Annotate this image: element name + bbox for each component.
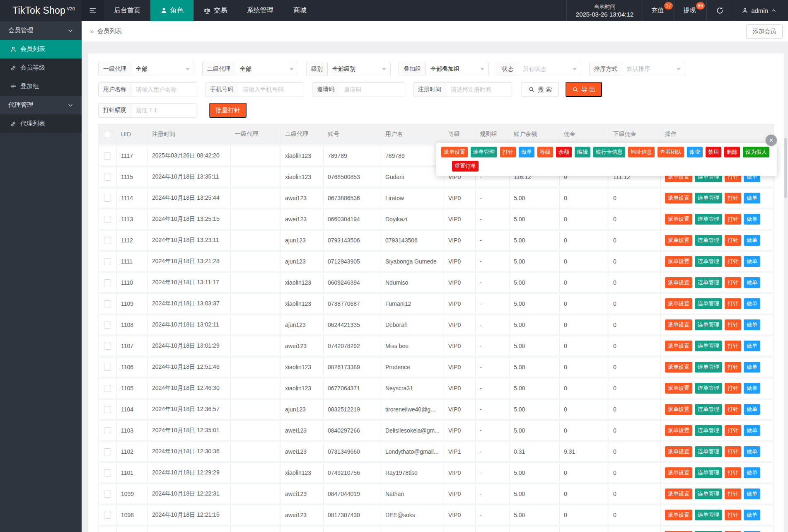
row-checkbox[interactable] [104,512,111,519]
chain-order-manage-button[interactable]: 连单管理 [695,446,722,457]
dispatch-settings-button[interactable]: 派单设置 [665,277,692,288]
chain-order-manage-button[interactable]: 连单管理 [695,425,722,436]
inject-button[interactable]: 打针 [725,214,741,225]
row-checkbox[interactable] [104,448,111,455]
make-order-button[interactable]: 做单 [744,446,760,457]
inject-range-input[interactable] [131,104,196,117]
row-checkbox[interactable] [104,300,111,307]
dispatch-settings-button[interactable]: 派单设置 [665,362,692,372]
filter-input[interactable] [131,83,197,97]
nav-item-system[interactable]: 系统管理 [237,0,283,21]
row-checkbox[interactable] [104,469,111,476]
filter-select[interactable]: 默认排序 [622,62,685,76]
sidebar-item-member-management[interactable]: 会员管理 [0,21,82,40]
filter-select[interactable]: 全部级别 [328,62,390,76]
popup-action-button[interactable]: 地址信息 [628,147,655,157]
popup-action-button[interactable]: 连单管理 [471,147,497,157]
filter-select[interactable]: 全部 [235,62,298,76]
popup-action-button[interactable]: 禁用 [706,147,721,157]
inject-button[interactable]: 打针 [725,404,741,415]
inject-button[interactable]: 打针 [725,425,741,436]
popup-action-button[interactable]: 余额 [556,147,572,157]
sidebar-collapse-button[interactable] [82,0,104,21]
sidebar-item-agent-management[interactable]: 代理管理 [0,96,82,114]
search-button[interactable]: 搜 索 [522,82,558,97]
make-order-button[interactable]: 做单 [744,362,760,372]
popup-action-button[interactable]: 重置订单 [452,161,479,172]
make-order-button[interactable]: 做单 [744,383,760,394]
chain-order-manage-button[interactable]: 连单管理 [695,298,722,309]
row-checkbox[interactable] [104,491,111,498]
make-order-button[interactable]: 做单 [744,214,760,225]
chain-order-manage-button[interactable]: 连单管理 [695,214,722,225]
make-order-button[interactable]: 做单 [744,425,760,436]
popup-action-button[interactable]: 删除 [724,147,740,157]
inject-button[interactable]: 打针 [725,256,741,267]
chain-order-manage-button[interactable]: 连单管理 [695,256,722,267]
inject-button[interactable]: 打针 [725,446,741,457]
user-menu[interactable]: admin [733,0,788,21]
inject-button[interactable]: 打针 [725,510,741,520]
chain-order-manage-button[interactable]: 连单管理 [695,488,722,499]
chain-order-manage-button[interactable]: 连单管理 [695,341,722,351]
chain-order-manage-button[interactable]: 连单管理 [695,362,722,372]
row-checkbox[interactable] [104,258,111,265]
withdraw-button[interactable]: 提现 66 [675,0,707,21]
inject-button[interactable]: 打针 [725,362,741,372]
row-checkbox[interactable] [104,427,111,434]
popup-action-button[interactable]: 等级 [537,147,553,157]
inject-button[interactable]: 打针 [725,277,741,288]
row-checkbox[interactable] [104,195,111,202]
batch-inject-button[interactable]: 批量打针 [209,103,247,118]
sidebar-item-member-list[interactable]: 会员列表 [0,40,82,58]
make-order-button[interactable]: 做单 [744,510,760,520]
chain-order-manage-button[interactable]: 连单管理 [695,404,722,415]
dispatch-settings-button[interactable]: 派单设置 [665,341,692,351]
chain-order-manage-button[interactable]: 连单管理 [695,383,722,394]
row-checkbox[interactable] [104,174,111,181]
filter-select[interactable]: 所有状态 [518,62,581,76]
nav-item-transactions[interactable]: 交易 [193,0,237,21]
make-order-button[interactable]: 做单 [744,235,760,246]
row-checkbox[interactable] [104,343,111,350]
inject-button[interactable]: 打针 [725,319,741,330]
row-checkbox[interactable] [104,406,111,413]
popup-action-button[interactable]: 账变 [687,147,703,157]
dispatch-settings-button[interactable]: 派单设置 [665,383,692,394]
row-checkbox[interactable] [104,364,111,371]
popup-action-button[interactable]: 查看团队 [657,147,684,157]
add-member-button[interactable]: 添加会员 [746,24,783,39]
chain-order-manage-button[interactable]: 连单管理 [695,277,722,288]
dispatch-settings-button[interactable]: 派单设置 [665,319,692,330]
dispatch-settings-button[interactable]: 派单设置 [665,467,692,478]
popup-action-button[interactable]: 设为假人 [743,147,769,157]
filter-select[interactable]: 全部 [131,62,194,76]
make-order-button[interactable]: 做单 [744,193,760,203]
row-checkbox[interactable] [104,385,111,392]
inject-button[interactable]: 打针 [725,341,741,351]
dispatch-settings-button[interactable]: 派单设置 [665,425,692,436]
nav-item-dashboard[interactable]: 后台首页 [104,0,150,21]
inject-button[interactable]: 打针 [725,383,741,394]
row-checkbox[interactable] [104,237,111,244]
popup-action-button[interactable]: 打针 [500,147,516,157]
dispatch-settings-button[interactable]: 派单设置 [665,256,692,267]
make-order-button[interactable]: 做单 [744,341,760,351]
dispatch-settings-button[interactable]: 派单设置 [665,510,692,520]
inject-button[interactable]: 打针 [725,467,741,478]
dispatch-settings-button[interactable]: 派单设置 [665,488,692,499]
dispatch-settings-button[interactable]: 派单设置 [665,193,692,203]
make-order-button[interactable]: 做单 [744,488,760,499]
make-order-button[interactable]: 做单 [744,467,760,478]
make-order-button[interactable]: 做单 [744,256,760,267]
row-checkbox[interactable] [104,322,111,329]
chain-order-manage-button[interactable]: 连单管理 [695,467,722,478]
dispatch-settings-button[interactable]: 派单设置 [665,404,692,415]
filter-input[interactable] [446,83,512,97]
row-checkbox[interactable] [104,216,111,223]
chain-order-manage-button[interactable]: 连单管理 [695,193,722,203]
row-checkbox[interactable] [104,152,111,160]
dispatch-settings-button[interactable]: 派单设置 [665,298,692,309]
filter-input[interactable] [238,83,304,97]
refresh-button[interactable] [707,0,733,21]
